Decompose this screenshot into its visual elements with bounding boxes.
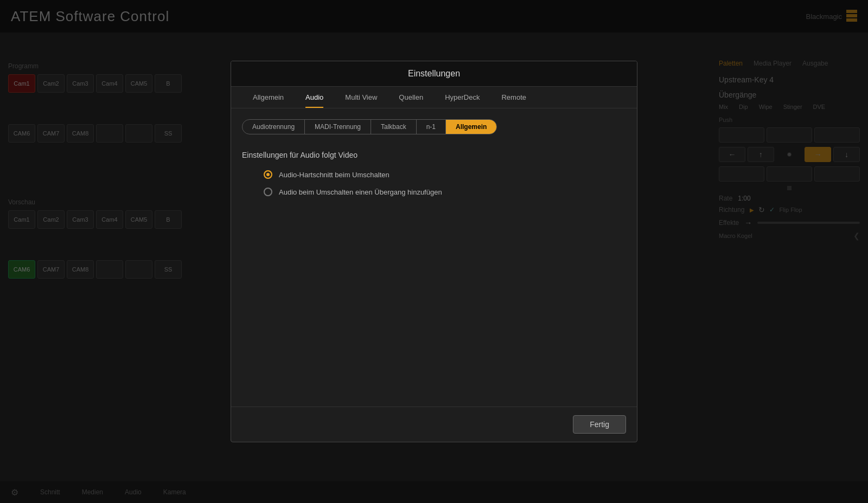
sub-tab-n1[interactable]: n-1: [417, 120, 446, 134]
modal-body: Audiotrennung MADI-Trennung Talkback n-1…: [231, 108, 637, 407]
modal-tab-quellen[interactable]: Quellen: [388, 87, 434, 108]
radio-item-2[interactable]: Audio beim Umschalten einen Übergang hin…: [264, 188, 626, 196]
modal-tabs: Allgemein Audio Multi View Quellen Hyper…: [231, 87, 637, 108]
radio-1[interactable]: [264, 170, 272, 179]
radio-2[interactable]: [264, 188, 272, 196]
sub-tab-talkback[interactable]: Talkback: [371, 120, 417, 134]
modal-tab-multiview[interactable]: Multi View: [334, 87, 388, 108]
radio-group: Audio-Hartschnitt beim Umschalten Audio …: [242, 170, 626, 196]
modal-footer: Fertig: [231, 407, 637, 442]
sub-tab-audiotrennung[interactable]: Audiotrennung: [242, 120, 305, 134]
modal-tab-remote[interactable]: Remote: [490, 87, 537, 108]
radio-label-1: Audio-Hartschnitt beim Umschalten: [279, 171, 390, 179]
modal-tab-allgemein[interactable]: Allgemein: [242, 87, 295, 108]
modal-tab-hyperdeck[interactable]: HyperDeck: [434, 87, 490, 108]
sub-tab-allgemein[interactable]: Allgemein: [446, 120, 496, 134]
sub-tabs: Audiotrennung MADI-Trennung Talkback n-1…: [242, 119, 497, 134]
radio-label-2: Audio beim Umschalten einen Übergang hin…: [279, 188, 442, 196]
sub-tab-madi[interactable]: MADI-Trennung: [305, 120, 371, 134]
settings-modal: Einstellungen Allgemein Audio Multi View…: [231, 61, 637, 442]
modal-title: Einstellungen: [408, 69, 460, 78]
section-title: Einstellungen für Audio folgt Video: [242, 151, 626, 159]
fertig-button[interactable]: Fertig: [573, 415, 626, 434]
modal-tab-audio[interactable]: Audio: [295, 87, 334, 108]
radio-item-1[interactable]: Audio-Hartschnitt beim Umschalten: [264, 170, 626, 179]
modal-header: Einstellungen: [231, 61, 637, 87]
